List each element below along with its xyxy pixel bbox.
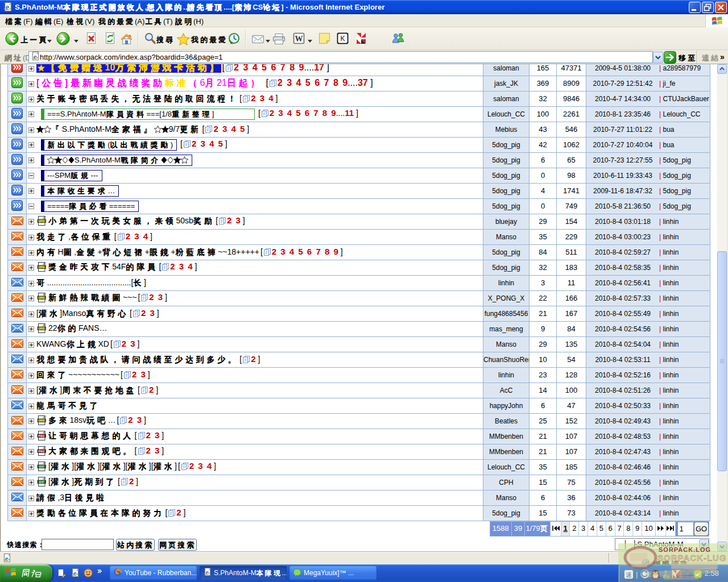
svg-text:PNG: PNG: [39, 435, 45, 438]
svg-text:e: e: [73, 569, 77, 577]
svg-text:e: e: [5, 554, 9, 563]
svg-text:JPG: JPG: [39, 419, 44, 422]
svg-text:速: 速: [626, 571, 632, 578]
svg-text:e: e: [34, 52, 37, 61]
svg-text:e: e: [6, 3, 9, 11]
svg-text:W: W: [295, 35, 303, 43]
svg-text:GIF: GIF: [39, 481, 44, 484]
svg-text:e: e: [205, 568, 209, 576]
svg-text:JPG: JPG: [39, 220, 44, 223]
svg-text:PNG: PNG: [39, 450, 45, 453]
svg-text:K: K: [340, 35, 345, 43]
svg-text:JPG: JPG: [39, 297, 44, 300]
svg-text:JPG: JPG: [39, 266, 44, 269]
svg-text:JPG: JPG: [39, 327, 44, 330]
svg-text:GIF: GIF: [39, 465, 44, 468]
